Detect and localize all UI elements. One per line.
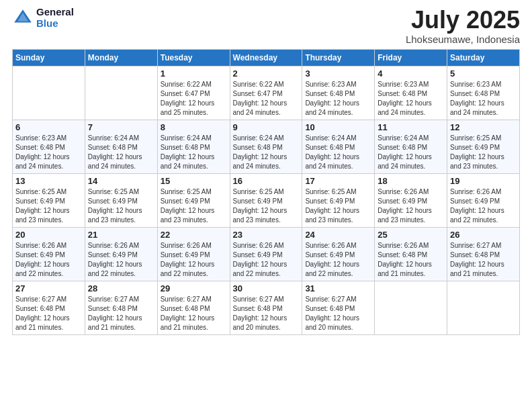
page: General Blue July 2025 Lhokseumawe, Indo… xyxy=(0,0,532,411)
day-number: 17 xyxy=(305,176,371,186)
calendar-cell: 9Sunrise: 6:24 AM Sunset: 6:48 PM Daylig… xyxy=(230,120,302,173)
calendar-cell: 12Sunrise: 6:25 AM Sunset: 6:49 PM Dayli… xyxy=(447,120,520,173)
calendar-cell: 25Sunrise: 6:26 AM Sunset: 6:48 PM Dayli… xyxy=(375,227,447,281)
day-number: 5 xyxy=(450,68,517,79)
calendar-cell: 10Sunrise: 6:24 AM Sunset: 6:48 PM Dayli… xyxy=(302,120,375,173)
logo-blue-text: Blue xyxy=(36,18,74,30)
day-number: 12 xyxy=(450,122,517,132)
day-info: Sunrise: 6:25 AM Sunset: 6:49 PM Dayligh… xyxy=(88,187,154,225)
day-number: 27 xyxy=(15,283,82,293)
day-info: Sunrise: 6:26 AM Sunset: 6:49 PM Dayligh… xyxy=(305,241,371,279)
weekday-header-saturday: Saturday xyxy=(447,49,520,66)
day-number: 20 xyxy=(15,230,82,240)
day-info: Sunrise: 6:24 AM Sunset: 6:48 PM Dayligh… xyxy=(233,134,300,171)
calendar-cell: 2Sunrise: 6:22 AM Sunset: 6:47 PM Daylig… xyxy=(230,66,302,120)
title-block: July 2025 Lhokseumawe, Indonesia xyxy=(406,7,520,45)
day-info: Sunrise: 6:25 AM Sunset: 6:49 PM Dayligh… xyxy=(15,187,82,225)
day-number: 30 xyxy=(233,283,300,293)
day-number: 22 xyxy=(161,230,227,240)
day-number: 8 xyxy=(161,122,227,132)
location-title: Lhokseumawe, Indonesia xyxy=(406,34,520,45)
day-info: Sunrise: 6:25 AM Sunset: 6:49 PM Dayligh… xyxy=(450,134,517,171)
day-info: Sunrise: 6:26 AM Sunset: 6:49 PM Dayligh… xyxy=(15,241,82,279)
day-info: Sunrise: 6:26 AM Sunset: 6:49 PM Dayligh… xyxy=(161,241,227,279)
calendar-cell: 11Sunrise: 6:24 AM Sunset: 6:48 PM Dayli… xyxy=(375,120,447,173)
day-number: 2 xyxy=(233,68,300,79)
day-info: Sunrise: 6:27 AM Sunset: 6:48 PM Dayligh… xyxy=(233,295,300,332)
calendar-cell: 22Sunrise: 6:26 AM Sunset: 6:49 PM Dayli… xyxy=(157,227,230,281)
day-number: 7 xyxy=(88,122,154,132)
day-info: Sunrise: 6:23 AM Sunset: 6:48 PM Dayligh… xyxy=(378,80,444,118)
day-info: Sunrise: 6:24 AM Sunset: 6:48 PM Dayligh… xyxy=(305,134,371,171)
calendar-week-5: 27Sunrise: 6:27 AM Sunset: 6:48 PM Dayli… xyxy=(13,281,520,334)
calendar-cell: 1Sunrise: 6:22 AM Sunset: 6:47 PM Daylig… xyxy=(157,66,230,120)
day-number: 19 xyxy=(450,176,517,186)
day-number: 6 xyxy=(15,122,82,132)
day-info: Sunrise: 6:25 AM Sunset: 6:49 PM Dayligh… xyxy=(161,187,227,225)
day-number: 13 xyxy=(15,176,82,186)
weekday-header-monday: Monday xyxy=(85,49,157,66)
day-info: Sunrise: 6:27 AM Sunset: 6:48 PM Dayligh… xyxy=(88,295,154,332)
day-info: Sunrise: 6:26 AM Sunset: 6:49 PM Dayligh… xyxy=(88,241,154,279)
calendar-cell: 28Sunrise: 6:27 AM Sunset: 6:48 PM Dayli… xyxy=(85,281,157,334)
day-info: Sunrise: 6:25 AM Sunset: 6:49 PM Dayligh… xyxy=(305,187,371,225)
calendar-cell: 16Sunrise: 6:25 AM Sunset: 6:49 PM Dayli… xyxy=(230,173,302,227)
day-info: Sunrise: 6:27 AM Sunset: 6:48 PM Dayligh… xyxy=(305,295,371,332)
day-number: 29 xyxy=(161,283,227,293)
weekday-header-wednesday: Wednesday xyxy=(230,49,302,66)
calendar-week-2: 6Sunrise: 6:23 AM Sunset: 6:48 PM Daylig… xyxy=(13,120,520,173)
weekday-header-tuesday: Tuesday xyxy=(157,49,230,66)
logo-general-text: General xyxy=(36,7,74,18)
day-info: Sunrise: 6:23 AM Sunset: 6:48 PM Dayligh… xyxy=(450,80,517,118)
day-number: 3 xyxy=(305,68,371,79)
calendar-cell xyxy=(13,66,85,120)
weekday-header-sunday: Sunday xyxy=(13,49,85,66)
calendar-cell: 13Sunrise: 6:25 AM Sunset: 6:49 PM Dayli… xyxy=(13,173,85,227)
calendar-cell xyxy=(375,281,447,334)
calendar-cell xyxy=(85,66,157,120)
calendar-week-3: 13Sunrise: 6:25 AM Sunset: 6:49 PM Dayli… xyxy=(13,173,520,227)
calendar-cell: 3Sunrise: 6:23 AM Sunset: 6:48 PM Daylig… xyxy=(302,66,375,120)
day-info: Sunrise: 6:24 AM Sunset: 6:48 PM Dayligh… xyxy=(88,134,154,171)
calendar-cell: 18Sunrise: 6:26 AM Sunset: 6:49 PM Dayli… xyxy=(375,173,447,227)
day-info: Sunrise: 6:26 AM Sunset: 6:48 PM Dayligh… xyxy=(378,241,444,279)
day-info: Sunrise: 6:23 AM Sunset: 6:48 PM Dayligh… xyxy=(305,80,371,118)
day-number: 25 xyxy=(378,230,444,240)
day-number: 11 xyxy=(378,122,444,132)
calendar-cell: 23Sunrise: 6:26 AM Sunset: 6:49 PM Dayli… xyxy=(230,227,302,281)
calendar-table: SundayMondayTuesdayWednesdayThursdayFrid… xyxy=(12,49,520,335)
day-number: 4 xyxy=(378,68,444,79)
calendar-cell: 27Sunrise: 6:27 AM Sunset: 6:48 PM Dayli… xyxy=(13,281,85,334)
day-number: 10 xyxy=(305,122,371,132)
calendar-cell: 4Sunrise: 6:23 AM Sunset: 6:48 PM Daylig… xyxy=(375,66,447,120)
day-info: Sunrise: 6:26 AM Sunset: 6:49 PM Dayligh… xyxy=(233,241,300,279)
day-info: Sunrise: 6:23 AM Sunset: 6:48 PM Dayligh… xyxy=(15,134,82,171)
calendar-cell: 26Sunrise: 6:27 AM Sunset: 6:48 PM Dayli… xyxy=(447,227,520,281)
calendar-week-4: 20Sunrise: 6:26 AM Sunset: 6:49 PM Dayli… xyxy=(13,227,520,281)
day-number: 31 xyxy=(305,283,371,293)
day-number: 1 xyxy=(161,68,227,79)
day-info: Sunrise: 6:24 AM Sunset: 6:48 PM Dayligh… xyxy=(161,134,227,171)
day-number: 24 xyxy=(305,230,371,240)
day-info: Sunrise: 6:25 AM Sunset: 6:49 PM Dayligh… xyxy=(233,187,300,225)
header: General Blue July 2025 Lhokseumawe, Indo… xyxy=(12,7,520,45)
day-number: 18 xyxy=(378,176,444,186)
calendar-body: 1Sunrise: 6:22 AM Sunset: 6:47 PM Daylig… xyxy=(13,66,520,334)
calendar-cell: 24Sunrise: 6:26 AM Sunset: 6:49 PM Dayli… xyxy=(302,227,375,281)
day-number: 23 xyxy=(233,230,300,240)
calendar-cell: 7Sunrise: 6:24 AM Sunset: 6:48 PM Daylig… xyxy=(85,120,157,173)
month-title: July 2025 xyxy=(406,7,520,34)
logo: General Blue xyxy=(12,7,74,29)
logo-icon xyxy=(12,7,34,29)
day-number: 14 xyxy=(88,176,154,186)
weekday-row: SundayMondayTuesdayWednesdayThursdayFrid… xyxy=(13,49,520,66)
calendar-header: SundayMondayTuesdayWednesdayThursdayFrid… xyxy=(13,49,520,66)
weekday-header-friday: Friday xyxy=(375,49,447,66)
day-number: 21 xyxy=(88,230,154,240)
day-number: 26 xyxy=(450,230,517,240)
calendar-cell: 15Sunrise: 6:25 AM Sunset: 6:49 PM Dayli… xyxy=(157,173,230,227)
calendar-cell: 6Sunrise: 6:23 AM Sunset: 6:48 PM Daylig… xyxy=(13,120,85,173)
weekday-header-thursday: Thursday xyxy=(302,49,375,66)
calendar-cell: 31Sunrise: 6:27 AM Sunset: 6:48 PM Dayli… xyxy=(302,281,375,334)
calendar-cell: 14Sunrise: 6:25 AM Sunset: 6:49 PM Dayli… xyxy=(85,173,157,227)
